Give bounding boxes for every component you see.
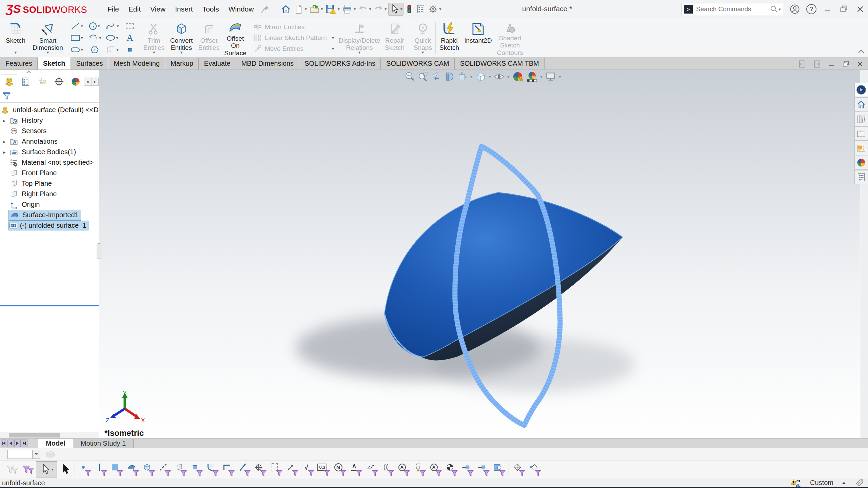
caret-down-icon[interactable]: ▾ [439,6,441,12]
3d-drawing-view-icon[interactable] [457,71,468,82]
caret-down-icon[interactable]: ▾ [98,24,100,28]
caret-down-icon[interactable]: ▾ [15,50,17,55]
view-orientation-cube-icon[interactable] [475,71,487,82]
rapid-sketch-button[interactable]: Rapid Sketch [437,19,462,56]
featuremanager-tab[interactable] [1,75,17,89]
filter-weld-symbols-button[interactable] [363,461,379,477]
instant2d-button[interactable]: Instant2D [462,19,494,56]
rectangle-tool[interactable]: ▾ [68,32,86,44]
motion-study-tab[interactable]: Motion Study 1 [73,439,134,448]
restore-window-button[interactable] [839,4,849,14]
tree-item-unfolded-surface[interactable]: 3D (-) unfolded surface_1 [0,220,99,231]
tag-icon[interactable] [854,478,865,488]
caret-down-icon[interactable]: ▾ [99,36,101,40]
caret-down-icon[interactable]: ▾ [507,74,510,79]
home-button[interactable] [280,3,292,16]
rollback-bar[interactable] [0,305,99,306]
doc-minimize-icon[interactable] [827,60,836,68]
tree-item-sensors[interactable]: Sensors [0,126,99,136]
filter-sketches-button[interactable] [204,461,220,477]
select-all-filters-button[interactable] [20,461,36,477]
tree-item-surface-bodies[interactable]: ▸ Surface Bodies(1) [0,147,99,157]
caret-down-icon[interactable]: ▾ [116,47,118,52]
filter-sketch-points-button[interactable] [188,461,204,477]
last-study-button[interactable] [21,440,27,447]
caret-down-icon[interactable]: ▾ [369,6,372,12]
panel-collapse-chevron-icon[interactable] [26,70,31,75]
3dexperience-tab[interactable] [854,83,868,97]
toggle-selection-filters-button[interactable] [57,461,73,477]
filter-faces-button[interactable] [108,461,124,477]
user-account-icon[interactable] [789,4,800,15]
text-tool[interactable]: A [121,32,139,44]
apply-scene-icon[interactable] [526,71,538,82]
tree-item-front-plane[interactable]: Front Plane [0,168,99,178]
graphics-viewport[interactable]: ▾ ▾ ▾ ▾ ▾ [99,70,868,438]
filter-center-of-mass-button[interactable] [443,461,459,477]
tab-mbd-dimensions[interactable]: MBD Dimensions [236,58,299,69]
caret-down-icon[interactable]: ▾ [81,47,83,52]
filter-dimensions-button[interactable] [284,461,300,477]
caret-down-icon[interactable]: ▾ [337,6,340,12]
caret-down-icon[interactable]: ▾ [81,36,83,40]
search-commands-input[interactable] [695,5,770,13]
tab-sketch[interactable]: Sketch [38,57,71,69]
filter-hole-callouts-button[interactable] [527,461,542,477]
unit-system-caret-icon[interactable] [842,482,846,484]
pane-left-toggle-icon[interactable] [797,59,807,69]
model-tab[interactable]: Model [38,439,73,448]
filter-routing-points-button[interactable] [475,461,491,477]
caret-down-icon[interactable]: ▾ [384,6,387,12]
tab-surfaces[interactable]: Surfaces [71,58,108,69]
arc-tool[interactable]: ▾ [86,32,103,44]
search-caret-icon[interactable]: ▾ [778,7,781,12]
first-study-button[interactable] [1,440,7,447]
view-palette-tab[interactable] [854,141,868,155]
tree-item-history[interactable]: ▸ History [0,115,99,126]
file-properties-button[interactable] [415,3,427,15]
filter-edges-button[interactable] [93,461,108,477]
doc-restore-icon[interactable] [842,60,850,68]
design-library-tab[interactable] [854,112,868,126]
minimize-window-button[interactable] [823,4,833,14]
caret-down-icon[interactable]: ▾ [321,6,323,12]
tree-item-material[interactable]: Material <not specified> [0,157,99,168]
filter-dowel-symbols-button[interactable] [511,461,527,477]
expand-arrow-icon[interactable]: ▸ [0,149,9,155]
menu-view[interactable]: View [145,2,170,17]
filter-datum-targets-button[interactable]: A [427,461,443,477]
filter-midpoints-button[interactable] [236,461,252,477]
caret-down-icon[interactable]: ▾ [400,6,403,12]
filter-solid-bodies-button[interactable] [140,461,156,477]
menu-file[interactable]: File [103,2,124,17]
filter-blocks-button[interactable] [491,461,507,477]
expand-arrow-icon[interactable]: ▸ [0,118,9,123]
tab-solidworks-addins[interactable]: SOLIDWORKS Add-Ins [299,58,381,69]
options-button[interactable]: ▾ [427,3,442,15]
tab-evaluate[interactable]: Evaluate [199,58,236,69]
filter-notes-button[interactable]: N [332,461,348,477]
filter-cosmetic-threads-button[interactable] [411,461,427,477]
filter-datums-button[interactable]: A [348,461,363,477]
tree-item-origin[interactable]: Origin [0,199,99,210]
caret-down-icon[interactable]: ▾ [180,50,183,55]
displaymanager-tab[interactable] [67,75,84,89]
filter-planes-button[interactable] [172,461,188,477]
tab-mesh-modeling[interactable]: Mesh Modeling [108,58,165,69]
spline-tool[interactable]: ▾ [103,20,121,32]
save-button[interactable]: ▾ [324,3,340,16]
3d-model-scene[interactable] [99,70,860,438]
caret-down-icon[interactable]: ▾ [47,50,49,55]
solidworks-resources-tab[interactable] [854,97,868,111]
edit-appearance-icon[interactable] [512,71,524,82]
combo-dropdown-button[interactable] [32,450,40,459]
tab-features[interactable]: Features [0,58,38,69]
file-explorer-tab[interactable] [854,126,868,141]
caret-down-icon[interactable]: ▾ [116,36,118,40]
redo-button[interactable]: ▾ [373,3,388,15]
propertymanager-tab[interactable] [17,75,34,89]
tab-solidworks-cam[interactable]: SOLIDWORKS CAM [381,58,455,69]
section-view-icon[interactable] [444,71,455,82]
ellipse-tool[interactable]: ▾ [103,32,121,44]
sketch-fillet-tool[interactable]: ▾ [103,44,121,56]
